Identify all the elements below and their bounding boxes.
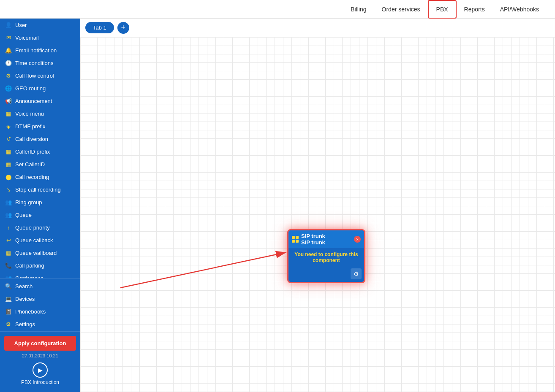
sidebar-item-settings[interactable]: ⚙ Settings xyxy=(0,318,80,330)
sidebar-item-set-callerid[interactable]: ▦ Set CallerID xyxy=(0,158,80,170)
sidebar-label-queue: Queue xyxy=(15,212,32,218)
sidebar-label-call-flow-control: Call flow control xyxy=(15,73,54,79)
sip-gear-button[interactable]: ⚙ xyxy=(351,268,362,279)
sidebar-item-announcement[interactable]: 📢 Announcement xyxy=(0,95,80,107)
play-button[interactable]: ▶ xyxy=(33,362,48,378)
sidebar-item-queue-callback[interactable]: ↩ Queue callback xyxy=(0,234,80,246)
sip-dot-4 xyxy=(296,240,299,243)
canvas-toolbar: Tab 1 + xyxy=(80,19,555,37)
nav-pbx[interactable]: PBX xyxy=(428,0,457,19)
timestamp-label: 27.01.2023 10:21 xyxy=(0,352,80,361)
nav-reports[interactable]: Reports xyxy=(457,0,492,19)
sidebar-label-stop-call-recording: Stop call recording xyxy=(15,187,61,193)
sidebar-item-ring-group[interactable]: 👥 Ring group xyxy=(0,196,80,208)
sidebar-item-call-parking[interactable]: 📞 Call parking xyxy=(0,259,80,272)
sidebar-label-user: User xyxy=(15,22,27,28)
sip-warning-text: You need to configure this component xyxy=(292,251,361,263)
nav-billing[interactable]: Billing xyxy=(343,0,374,19)
call-diversion-icon: ↺ xyxy=(5,135,12,142)
sidebar-label-queue-wallboard: Queue wallboard xyxy=(15,250,57,256)
sidebar-label-announcement: Announcement xyxy=(15,98,52,104)
sip-dot-2 xyxy=(296,236,299,239)
sidebar-item-voice-menu[interactable]: ▦ Voice menu xyxy=(0,107,80,120)
announcement-icon: 📢 xyxy=(5,97,12,104)
queue-priority-icon: ↑ xyxy=(5,224,12,231)
top-navigation: Billing Order services PBX Reports API/W… xyxy=(0,0,555,19)
sidebar-item-conference[interactable]: 👥 Conference xyxy=(0,272,80,278)
settings-icon: ⚙ xyxy=(5,321,12,327)
main-layout: 👤 User ✉ Voicemail 🔔 Email notification … xyxy=(0,19,555,392)
sidebar-bottom-items: 🔍 Search 💻 Devices 📓 Phonebooks ⚙ Settin… xyxy=(0,280,80,330)
sip-node-title-text: SIP trunk SIP trunk xyxy=(301,233,325,246)
queue-wallboard-icon: ▦ xyxy=(5,249,12,256)
user-icon: 👤 xyxy=(5,22,12,28)
voice-menu-icon: ▦ xyxy=(5,110,12,117)
sip-node-name-2: SIP trunk xyxy=(301,239,325,246)
connection-arrow xyxy=(80,37,555,392)
sidebar-item-user[interactable]: 👤 User xyxy=(0,19,80,31)
sidebar-item-voicemail[interactable]: ✉ Voicemail xyxy=(0,31,80,44)
sidebar-item-time-conditions[interactable]: 🕐 Time conditions xyxy=(0,57,80,69)
sidebar-item-stop-call-recording[interactable]: ↘ Stop call recording xyxy=(0,183,80,196)
sip-node-inner: SIP trunk SIP trunk × You need to config… xyxy=(287,229,365,283)
sidebar-label-call-diversion: Call diversion xyxy=(15,136,48,142)
sidebar-item-call-flow-control[interactable]: ⚙ Call flow control xyxy=(0,69,80,82)
sidebar-item-call-diversion[interactable]: ↺ Call diversion xyxy=(0,132,80,145)
sidebar-label-phonebooks: Phonebooks xyxy=(15,308,46,315)
sidebar-item-dtmf-prefix[interactable]: ◈ DTMF prefix xyxy=(0,120,80,132)
apply-config-button[interactable]: Apply configuration xyxy=(4,336,76,351)
sidebar-item-queue-priority[interactable]: ↑ Queue priority xyxy=(0,221,80,234)
sidebar-label-call-recording: Call recording xyxy=(15,174,49,180)
call-parking-icon: 📞 xyxy=(5,262,12,269)
sip-node-header: SIP trunk SIP trunk × xyxy=(288,230,364,248)
pbx-intro-label: PBX Introduction xyxy=(21,379,59,385)
search-icon: 🔍 xyxy=(5,283,12,289)
tab-1-button[interactable]: Tab 1 xyxy=(85,22,114,33)
canvas-area: Tab 1 + xyxy=(80,19,555,392)
sidebar-label-email-notification: Email notification xyxy=(15,47,57,54)
sidebar-item-geo-routing[interactable]: 🌐 GEO routing xyxy=(0,82,80,95)
sidebar-bottom: 🔍 Search 💻 Devices 📓 Phonebooks ⚙ Settin… xyxy=(0,278,80,392)
devices-icon: 💻 xyxy=(5,295,12,302)
time-conditions-icon: 🕐 xyxy=(5,59,12,66)
sidebar-item-devices[interactable]: 💻 Devices xyxy=(0,292,80,305)
callerid-prefix-icon: ▦ xyxy=(5,148,12,155)
sidebar-label-call-parking: Call parking xyxy=(15,262,44,269)
sip-dot-1 xyxy=(292,236,295,239)
sip-node-title: SIP trunk SIP trunk xyxy=(292,233,325,246)
phonebooks-icon: 📓 xyxy=(5,308,12,315)
sidebar-item-queue-wallboard[interactable]: ▦ Queue wallboard xyxy=(0,246,80,259)
sidebar-label-geo-routing: GEO routing xyxy=(15,85,46,92)
sidebar-label-voice-menu: Voice menu xyxy=(15,111,44,117)
queue-callback-icon: ↩ xyxy=(5,237,12,243)
sip-trunk-node[interactable]: SIP trunk SIP trunk × You need to config… xyxy=(287,229,365,283)
sidebar-label-callerid-prefix: CallerID prefix xyxy=(15,149,50,155)
sidebar-label-dtmf-prefix: DTMF prefix xyxy=(15,123,46,130)
sidebar-item-queue[interactable]: 👥 Queue xyxy=(0,208,80,221)
canvas-grid[interactable]: SIP trunk SIP trunk × You need to config… xyxy=(80,37,555,392)
nav-order-services[interactable]: Order services xyxy=(374,0,428,19)
sidebar-item-call-recording[interactable]: ⬤ Call recording xyxy=(0,170,80,183)
sidebar-label-time-conditions: Time conditions xyxy=(15,60,54,66)
call-flow-control-icon: ⚙ xyxy=(5,72,12,79)
sip-node-footer: ⚙ xyxy=(288,267,364,282)
add-tab-button[interactable]: + xyxy=(117,22,129,34)
dtmf-prefix-icon: ◈ xyxy=(5,123,12,130)
stop-call-recording-icon: ↘ xyxy=(5,186,12,193)
set-callerid-icon: ▦ xyxy=(5,161,12,168)
sidebar: 👤 User ✉ Voicemail 🔔 Email notification … xyxy=(0,19,80,392)
nav-api-webhooks[interactable]: API/Webhooks xyxy=(492,0,547,19)
call-recording-icon: ⬤ xyxy=(5,173,12,180)
sidebar-label-queue-callback: Queue callback xyxy=(15,237,53,243)
sip-node-body: You need to configure this component xyxy=(288,248,364,267)
ring-group-icon: 👥 xyxy=(5,199,12,205)
sidebar-item-phonebooks[interactable]: 📓 Phonebooks xyxy=(0,305,80,318)
pbx-intro: ▶ PBX Introduction xyxy=(0,361,80,389)
sidebar-label-settings: Settings xyxy=(15,321,35,327)
sidebar-item-email-notification[interactable]: 🔔 Email notification xyxy=(0,44,80,57)
sidebar-item-callerid-prefix[interactable]: ▦ CallerID prefix xyxy=(0,145,80,158)
sidebar-scroll: 👤 User ✉ Voicemail 🔔 Email notification … xyxy=(0,19,80,278)
email-notification-icon: 🔔 xyxy=(5,47,12,54)
sip-close-button[interactable]: × xyxy=(354,236,361,243)
sidebar-item-search[interactable]: 🔍 Search xyxy=(0,280,80,292)
